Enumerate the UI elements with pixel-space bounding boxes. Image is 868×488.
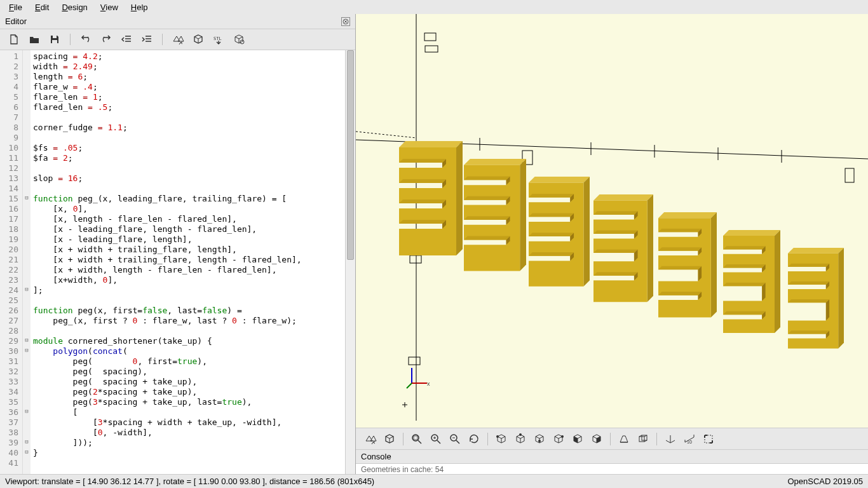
code-line[interactable]: function peg(x, first=false, last=false)… — [33, 306, 342, 316]
new-file-button[interactable] — [6, 33, 22, 46]
code-line[interactable]: length = 6; — [33, 72, 342, 82]
view-right-button[interactable] — [493, 431, 510, 447]
menu-edit[interactable]: Edit — [31, 1, 53, 13]
code-line[interactable]: function peg_(x, leading_flare, trailing… — [33, 194, 342, 204]
line-number: 19 — [3, 234, 18, 245]
fold-marker[interactable]: ⊟ — [23, 437, 31, 447]
code-line[interactable]: [x + width + trailing_flare, length], — [33, 245, 342, 255]
zoom-out-button[interactable] — [447, 431, 463, 447]
zoom-in-button[interactable] — [428, 431, 444, 447]
view-all-icon — [703, 433, 714, 445]
view-front-button[interactable] — [569, 431, 586, 447]
code-line[interactable]: flared_len = .5; — [33, 102, 342, 112]
console-output[interactable]: Geometries in cache: 54 — [356, 464, 868, 474]
code-line[interactable]: flare_w = .4; — [33, 82, 342, 92]
scale-marker-button[interactable]: 10 — [681, 431, 698, 447]
code-line[interactable]: [x + width + trailing_flare, length - fl… — [33, 255, 342, 265]
code-line[interactable] — [33, 163, 342, 173]
code-line[interactable]: } — [33, 448, 342, 458]
code-line[interactable]: peg( 0, first=true), — [33, 356, 342, 367]
view-bottom-button[interactable] — [531, 431, 548, 447]
fold-marker[interactable]: ⊟ — [23, 345, 31, 355]
fold-marker — [23, 386, 31, 396]
menu-design[interactable]: Design — [58, 1, 91, 13]
fold-marker[interactable]: ⊟ — [23, 406, 31, 416]
fold-marker — [23, 50, 31, 60]
code-line[interactable]: width = 2.49; — [33, 62, 342, 72]
code-line[interactable]: peg(2*spacing + take_up), — [33, 387, 342, 397]
code-line[interactable]: ]; — [33, 285, 342, 295]
code-line[interactable]: [x+width, 0], — [33, 275, 342, 285]
code-line[interactable]: [x - leading_flare, length - flared_len]… — [33, 224, 342, 234]
code-line[interactable]: $fa = 2; — [33, 153, 342, 163]
orthographic-button[interactable] — [635, 431, 651, 447]
code-line[interactable]: [x, 0], — [33, 204, 342, 214]
redo-button[interactable] — [98, 33, 114, 46]
view-back-button[interactable] — [588, 431, 605, 447]
code-line[interactable] — [33, 133, 342, 143]
reset-view-button[interactable] — [466, 431, 482, 447]
code-line[interactable]: slop = 16; — [33, 173, 342, 184]
code-line[interactable]: [3*spacing + width + take_up, -width], — [33, 417, 342, 428]
menu-file[interactable]: File — [5, 1, 26, 13]
svg-rect-4 — [52, 40, 57, 43]
line-number: 17 — [3, 214, 18, 224]
extras-button[interactable] — [231, 33, 247, 46]
code-line[interactable]: [ — [33, 407, 342, 417]
line-number: 7 — [3, 112, 18, 123]
unindent-button[interactable] — [119, 33, 134, 46]
editor-close-button[interactable] — [341, 17, 350, 26]
fold-marker[interactable]: ⊟ — [23, 447, 31, 457]
console-title: Console — [356, 449, 868, 464]
view-all-button[interactable] — [700, 431, 717, 447]
code-line[interactable]: peg(3*spacing + take_up, last=true), — [33, 397, 342, 407]
code-line[interactable]: $fs = .05; — [33, 143, 342, 153]
code-line[interactable]: [x - leading_flare, length], — [33, 234, 342, 245]
rendered-object — [723, 230, 782, 334]
view-top-button[interactable] — [512, 431, 529, 447]
code-line[interactable]: peg( spacing + take_up), — [33, 377, 342, 387]
svg-point-45 — [496, 435, 499, 438]
save-file-button[interactable] — [47, 33, 62, 46]
view-left-button[interactable] — [550, 431, 567, 447]
line-number: 36 — [3, 407, 18, 417]
menu-help[interactable]: Help — [127, 1, 152, 13]
perspective-icon — [618, 433, 630, 445]
undo-button[interactable] — [78, 33, 93, 46]
code-line[interactable]: [x, length - flare_len - flared_len], — [33, 214, 342, 224]
perspective-button[interactable] — [616, 431, 632, 447]
code-line[interactable] — [33, 326, 342, 336]
editor-scrollbar[interactable] — [345, 50, 355, 474]
code-line[interactable]: flare_len = 1; — [33, 92, 342, 102]
preview-button[interactable] — [170, 33, 186, 46]
code-line[interactable] — [33, 184, 342, 194]
indent-button[interactable] — [139, 33, 154, 46]
3d-viewport[interactable]: x — [356, 14, 868, 428]
fold-marker[interactable]: ⊟ — [23, 193, 31, 203]
code-editor[interactable]: 1234567891011121314151617181920212223242… — [0, 50, 355, 474]
code-line[interactable] — [33, 295, 342, 306]
fold-marker[interactable]: ⊟ — [23, 335, 31, 345]
render-button[interactable] — [191, 33, 206, 46]
open-file-button[interactable] — [27, 33, 42, 46]
code-line[interactable]: ])); — [33, 438, 342, 448]
code-line[interactable]: polygon(concat( — [33, 346, 342, 356]
axes-button[interactable] — [662, 431, 679, 447]
code-line[interactable]: module cornered_shortener(take_up) { — [33, 336, 342, 346]
menu-view[interactable]: View — [97, 1, 122, 13]
export-stl-button[interactable]: STL — [211, 33, 226, 46]
code-line[interactable]: spacing = 4.2; — [33, 51, 342, 62]
code-line[interactable]: peg( spacing), — [33, 367, 342, 377]
code-line[interactable]: corner_fudge = 1.1; — [33, 123, 342, 133]
code-line[interactable]: [0, -width], — [33, 428, 342, 438]
preview-button[interactable] — [362, 431, 379, 447]
code-line[interactable]: [x + width, length - flare_len - flared_… — [33, 265, 342, 275]
code-line[interactable]: peg_(x, first ? 0 : flare_w, last ? 0 : … — [33, 316, 342, 326]
fold-marker[interactable]: ⊟ — [23, 284, 31, 294]
svg-point-47 — [538, 440, 541, 442]
render-button[interactable] — [381, 431, 398, 447]
code-line[interactable] — [33, 458, 342, 468]
zoom-fit-button[interactable] — [409, 431, 425, 447]
code-line[interactable] — [33, 112, 342, 123]
fold-marker — [23, 355, 31, 365]
